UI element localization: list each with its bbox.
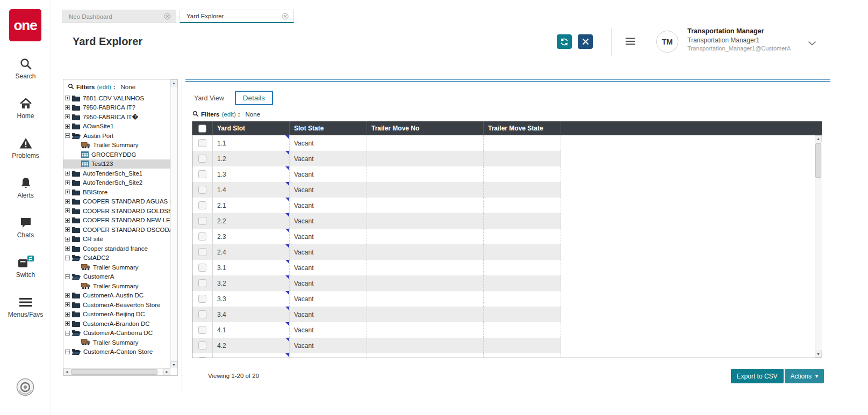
tree-item-trailer-summary[interactable]: Trailer Summary [63, 263, 170, 272]
collapse-icon[interactable] [65, 133, 70, 138]
expand-icon[interactable] [65, 227, 70, 232]
tree-item-austin-port[interactable]: Austin Port [63, 131, 170, 141]
tree-item-cr-site[interactable]: CR site [63, 235, 170, 244]
sidebar-item-switch[interactable]: Switch [0, 251, 51, 291]
tree-item-autotendersch-site2[interactable]: AutoTenderSch_Site2 [63, 178, 170, 188]
row-checkbox[interactable] [198, 341, 206, 350]
workspace-tab-yard-explorer[interactable]: Yard Explorer [180, 10, 294, 23]
collapse-icon[interactable] [65, 331, 70, 336]
scrollbar-thumb[interactable] [71, 369, 157, 375]
table-row-2-1[interactable]: 2.1 Vacant [192, 198, 822, 213]
row-checkbox[interactable] [198, 186, 206, 194]
row-checkbox[interactable] [198, 279, 206, 287]
table-row-1-4[interactable]: 1.4 Vacant [192, 182, 822, 198]
expand-icon[interactable] [65, 180, 70, 185]
filters-edit-link[interactable]: (edit) [222, 111, 236, 118]
scroll-up-icon[interactable]: ▲ [815, 135, 822, 142]
webcam-icon[interactable] [16, 377, 35, 397]
sidebar-item-menus-favs[interactable]: Menus/Favs [0, 291, 51, 331]
table-row-2-3[interactable]: 2.3 Vacant [192, 229, 822, 244]
row-checkbox[interactable] [198, 310, 206, 318]
tree-item-customera-canton-store[interactable]: CustomerA-Canton Store [63, 347, 170, 357]
expand-icon[interactable] [65, 124, 70, 129]
table-row-4-1[interactable]: 4.1 Vacant [192, 322, 822, 338]
tree-item-customera-beaverton-store[interactable]: CustomerA-Beaverton Store [63, 300, 170, 310]
table-row-3-1[interactable]: 3.1 Vacant [192, 260, 822, 275]
row-checkbox[interactable] [198, 248, 206, 256]
collapse-icon[interactable] [65, 274, 70, 279]
row-checkbox[interactable] [198, 264, 206, 272]
table-row-3-4[interactable]: 3.4 Vacant [192, 307, 822, 322]
scroll-left-icon[interactable]: ◄ [63, 368, 70, 375]
header-menu-icon[interactable] [625, 37, 636, 48]
table-row-4-2[interactable]: 4.2 Vacant [192, 338, 822, 353]
expand-icon[interactable] [65, 199, 70, 204]
detail-tab-yard-view[interactable]: Yard View [186, 91, 232, 105]
collapse-icon[interactable] [65, 350, 70, 354]
expand-icon[interactable] [65, 321, 70, 326]
tree-item-customera-canberra-dc[interactable]: CustomerA-Canberra DC [63, 329, 170, 338]
tree-vertical-scrollbar[interactable]: ▲ ▼ [170, 79, 177, 368]
tree-item-cooper-standard-france[interactable]: Cooper standard france [63, 244, 170, 253]
tab-close-icon[interactable] [282, 13, 289, 20]
expand-icon[interactable] [65, 190, 70, 194]
expand-icon[interactable] [65, 114, 70, 119]
tree-horizontal-scrollbar[interactable]: ◄ ► [63, 368, 170, 375]
sidebar-item-problems[interactable]: Problems [0, 132, 51, 172]
expand-icon[interactable] [65, 246, 70, 251]
expand-icon[interactable] [65, 105, 70, 110]
expand-icon[interactable] [65, 208, 70, 213]
expand-icon[interactable] [65, 171, 70, 176]
tree-item-cstadc2[interactable]: CstADC2 [63, 253, 170, 263]
tree-item-cooper-standard-new-lexing[interactable]: COOPER STANDARD NEW LEXING [63, 216, 170, 225]
column-header-trailer-move-no[interactable]: Trailer Move No [367, 121, 484, 135]
select-all-checkbox[interactable] [192, 121, 213, 135]
row-checkbox[interactable] [198, 170, 206, 178]
user-avatar[interactable]: TM [656, 31, 678, 53]
row-checkbox[interactable] [198, 357, 206, 358]
row-checkbox[interactable] [198, 217, 206, 225]
scroll-down-icon[interactable]: ▼ [815, 351, 822, 358]
sidebar-item-home[interactable]: Home [0, 92, 51, 132]
table-row-1-2[interactable]: 1.2 Vacant [192, 151, 822, 166]
column-header-yard-slot[interactable]: Yard Slot [213, 121, 290, 135]
scroll-right-icon[interactable]: ► [163, 368, 170, 375]
row-checkbox[interactable] [198, 326, 206, 334]
row-checkbox[interactable] [198, 201, 206, 209]
tree-item-customera-austin-dc[interactable]: CustomerA-Austin DC [63, 291, 170, 301]
tree-item-customera-brandon-dc[interactable]: CustomerA-Brandon DC [63, 319, 170, 329]
close-page-button[interactable] [578, 34, 593, 49]
scroll-down-icon[interactable]: ▼ [170, 361, 177, 368]
tree-item-customera-beijing-dc[interactable]: CustomerA-Beijing DC [63, 310, 170, 319]
tree-item-customera[interactable]: CustomerA [63, 272, 170, 282]
row-checkbox[interactable] [198, 232, 206, 241]
column-header-trailer-move-state[interactable]: Trailer Move State [484, 121, 561, 135]
expand-icon[interactable] [65, 293, 70, 298]
tree-item-7950-fabrica-it[interactable]: 7950-FABRICA IT? [63, 103, 170, 113]
expand-icon[interactable] [65, 312, 70, 317]
table-row-4-3[interactable]: 4.3 Vacant [192, 353, 822, 358]
scroll-up-icon[interactable]: ▲ [170, 79, 177, 86]
table-vertical-scrollbar[interactable]: ▲ ▼ [815, 135, 822, 358]
app-logo[interactable]: one [9, 9, 41, 41]
tree-item-7950-fabrica-it[interactable]: 7950-FABRICA IT� [63, 112, 170, 122]
table-row-1-1[interactable]: 1.1 Vacant [192, 135, 822, 151]
tree-item-cooper-standard-aguas-seal[interactable]: COOPER STANDARD AGUAS SEAL [63, 197, 170, 207]
table-row-2-2[interactable]: 2.2 Vacant [192, 213, 822, 229]
refresh-button[interactable] [557, 34, 572, 49]
table-row-1-3[interactable]: 1.3 Vacant [192, 166, 822, 182]
actions-button[interactable]: Actions ▾ [785, 369, 824, 383]
sidebar-item-chats[interactable]: Chats [0, 212, 51, 251]
row-checkbox[interactable] [198, 295, 206, 303]
tree-item-cooper-standard-oscoda[interactable]: COOPER STANDARD OSCODA [63, 225, 170, 235]
collapse-icon[interactable] [65, 256, 70, 260]
tree-item-autotendersch-site1[interactable]: AutoTenderSch_Site1 [63, 169, 170, 178]
expand-icon[interactable] [65, 218, 70, 223]
panel-splitter[interactable] [182, 81, 182, 395]
tree-item-aownsite1[interactable]: AOwnSite1 [63, 122, 170, 132]
tree-item-trailer-summary[interactable]: Trailer Summary [63, 338, 170, 347]
tree-item-test123[interactable]: Test123 [63, 159, 170, 169]
detail-tab-details[interactable]: Details [235, 91, 273, 105]
table-row-3-2[interactable]: 3.2 Vacant [192, 275, 822, 291]
tree-item-trailer-summary[interactable]: Trailer Summary [63, 141, 170, 150]
